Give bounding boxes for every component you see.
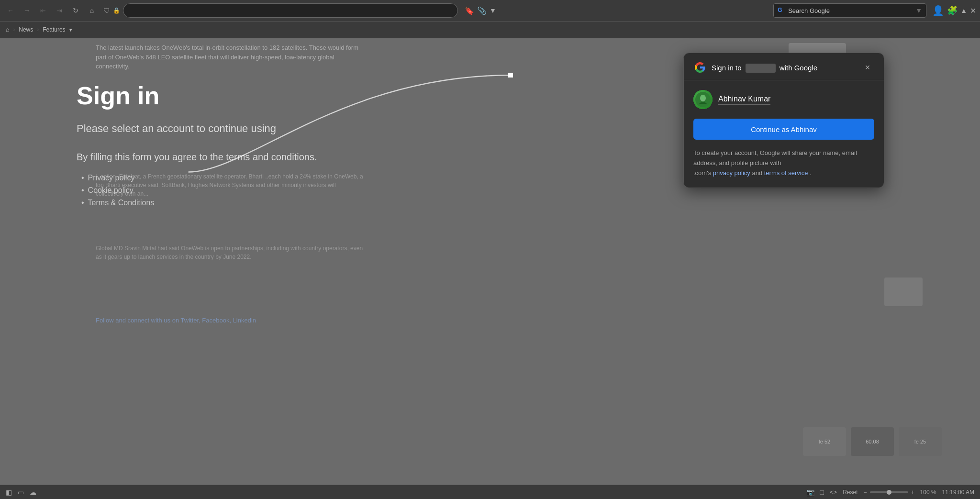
bookmark-manager-icon[interactable]: 🔖 xyxy=(465,6,474,15)
footer-text-4: . xyxy=(810,169,812,177)
continue-as-button[interactable]: Continue as Abhinav xyxy=(693,119,874,140)
footer-text-3: and xyxy=(752,169,762,177)
popup-body: Abhinav Kumar Continue as Abhinav To cre… xyxy=(684,80,884,188)
toolbar-features-dropdown[interactable]: ▼ xyxy=(68,27,73,33)
menu-icon[interactable]: ▲ xyxy=(960,7,967,14)
cookie-policy-link[interactable]: Cookie policy xyxy=(81,186,392,195)
popup-title: Sign in to with Google xyxy=(712,64,817,72)
window-view-icon[interactable]: □ xyxy=(820,488,824,496)
profile-icon[interactable]: 👤 xyxy=(932,5,944,16)
reload-button[interactable]: ↻ xyxy=(69,4,82,17)
main-area: The latest launch takes OneWeb's total i… xyxy=(0,38,980,485)
browser-chrome: ← → ⇤ ⇥ ↻ ⌂ 🛡 🔒 🔖 📎 ▼ G Search Google ▼ … xyxy=(0,0,980,22)
cloud-icon[interactable]: ☁ xyxy=(30,488,36,496)
toolbar-sep2: › xyxy=(37,26,39,33)
signin-overlay: Sign in Please select an account to cont… xyxy=(48,62,421,230)
signin-links-list: Privacy policy Cookie policy Terms & Con… xyxy=(77,174,392,207)
zoom-thumb xyxy=(887,490,891,495)
bg-follow-text: Follow and connect with us on Twitter, F… xyxy=(96,316,364,325)
avatar-inner xyxy=(693,90,713,109)
code-icon[interactable]: <> xyxy=(830,488,837,496)
curve-endpoint xyxy=(508,73,513,78)
close-window-icon[interactable]: ✕ xyxy=(970,6,976,15)
google-signin-popup: Sign in to with Google × xyxy=(683,53,884,188)
popup-close-button[interactable]: × xyxy=(861,61,874,74)
signin-description: By filling this form you agree to the te… xyxy=(77,150,392,164)
toolbar-news[interactable]: News xyxy=(19,26,33,33)
home-button[interactable]: ⌂ xyxy=(85,4,99,17)
bg-article-text-3: Global MD Sravin Mittal had said OneWeb … xyxy=(96,244,364,261)
account-row: Abhinav Kumar xyxy=(693,90,874,109)
popup-header-left: Sign in to with Google xyxy=(693,61,817,74)
toolbar-home-icon[interactable]: ⌂ xyxy=(6,26,9,33)
site-name-placeholder xyxy=(746,64,776,73)
time-display: 11:19:00 AM xyxy=(942,489,974,496)
signin-heading: Sign in xyxy=(77,81,392,110)
first-button[interactable]: ⇤ xyxy=(36,4,50,17)
dropdown-icon[interactable]: ▼ xyxy=(490,7,496,14)
user-avatar xyxy=(693,90,713,109)
search-text: Search Google xyxy=(788,7,830,14)
zoom-plus[interactable]: + xyxy=(911,489,914,496)
zoom-minus[interactable]: − xyxy=(864,489,867,496)
forward-button[interactable]: → xyxy=(20,4,33,17)
security-shield-icon: 🛡 xyxy=(103,7,110,14)
status-bar: ◧ ▭ ☁ 📷 □ <> Reset − + 100 % 11:19:00 AM xyxy=(0,485,980,499)
privacy-policy-link[interactable]: privacy policy xyxy=(713,169,750,177)
last-button[interactable]: ⇥ xyxy=(53,4,66,17)
zoom-percent: 100 % xyxy=(920,489,936,496)
popup-header: Sign in to with Google × xyxy=(684,53,884,80)
status-bar-right: 📷 □ <> Reset − + 100 % 11:19:00 AM xyxy=(806,488,974,496)
sidebar-toggle-icon[interactable]: ◧ xyxy=(6,488,12,496)
toolbar-features[interactable]: Features xyxy=(43,26,65,33)
reset-label[interactable]: Reset xyxy=(843,489,858,496)
news-thumbnail-2 xyxy=(884,277,923,306)
search-bar[interactable]: G Search Google ▼ xyxy=(773,3,926,18)
extension-icon[interactable]: 🧩 xyxy=(947,5,958,16)
signin-subtitle: Please select an account to continue usi… xyxy=(77,122,392,136)
privacy-policy-link[interactable]: Privacy policy xyxy=(81,174,392,182)
tos-link[interactable]: terms of service xyxy=(764,169,808,177)
address-bar[interactable] xyxy=(123,3,458,18)
svg-point-2 xyxy=(701,95,705,100)
lock-icon: 🔒 xyxy=(113,7,120,14)
zoom-slider[interactable] xyxy=(870,491,908,493)
camera-icon[interactable]: 📷 xyxy=(806,488,814,496)
bookmark-icon[interactable]: 📎 xyxy=(477,6,487,15)
popup-footer: To create your account, Google will shar… xyxy=(693,148,874,178)
window-icon[interactable]: ▭ xyxy=(18,488,24,496)
toolbar-row: ⌂ › News › Features ▼ xyxy=(0,22,980,38)
google-logo: G xyxy=(778,7,785,14)
zoom-control: − + xyxy=(864,489,914,496)
back-button[interactable]: ← xyxy=(4,4,17,17)
google-g-icon xyxy=(693,61,707,74)
footer-text-2: .com's xyxy=(693,169,713,177)
user-name: Abhinav Kumar xyxy=(718,95,770,105)
toolbar-sep1: › xyxy=(13,26,15,33)
footer-text-1: To create your account, Google will shar… xyxy=(693,149,857,166)
terms-conditions-link[interactable]: Terms & Conditions xyxy=(81,199,392,207)
search-dropdown-icon[interactable]: ▼ xyxy=(915,7,922,14)
data-row: fe 52 60.08 fe 25 xyxy=(803,427,942,456)
